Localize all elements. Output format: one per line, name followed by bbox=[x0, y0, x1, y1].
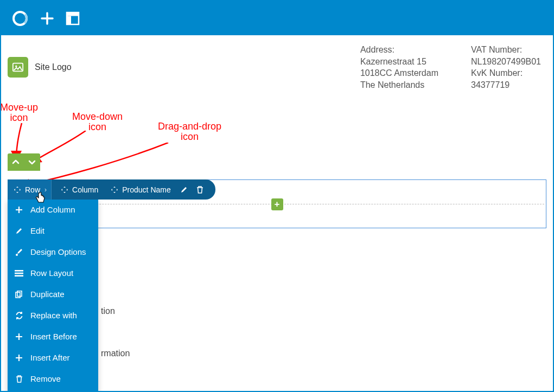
move-handles bbox=[8, 153, 40, 171]
annotation-moveup: Move-up icon bbox=[0, 102, 38, 123]
brand-circle-icon[interactable] bbox=[11, 9, 29, 28]
menu-remove[interactable]: Remove bbox=[8, 368, 98, 389]
menu-label: Row Layout bbox=[30, 268, 73, 278]
menu-label: Insert Before bbox=[30, 332, 77, 341]
drag-icon bbox=[13, 185, 22, 194]
layout-template-icon[interactable] bbox=[65, 11, 80, 26]
row-context-menu: Add Column Edit Design Options Row Layou… bbox=[8, 199, 98, 392]
menu-label: Duplicate bbox=[30, 290, 65, 299]
vat-block: VAT Number: NL198207499B01 KvK Number: 3… bbox=[471, 44, 541, 91]
plus-icon bbox=[14, 333, 24, 340]
menu-insert-before[interactable]: Insert Before bbox=[8, 326, 98, 347]
context-column[interactable]: Column bbox=[55, 179, 101, 200]
svg-rect-11 bbox=[16, 292, 20, 298]
plus-icon bbox=[14, 206, 24, 214]
context-product-name-label: Product Name bbox=[122, 185, 170, 194]
address-line2: 1018CC Amsterdam bbox=[360, 67, 438, 79]
address-line1: Kazernestraat 15 bbox=[360, 56, 438, 68]
svg-point-6 bbox=[15, 66, 17, 67]
annotation-movedown: Move-down icon bbox=[72, 112, 123, 132]
svg-rect-10 bbox=[15, 275, 23, 277]
bg-text-fragment: tion bbox=[101, 306, 115, 316]
trash-icon bbox=[14, 375, 24, 383]
address-label: Address: bbox=[360, 44, 438, 56]
menu-label: Edit bbox=[30, 226, 44, 235]
svg-rect-12 bbox=[17, 291, 22, 296]
menu-navigator[interactable]: Navigator bbox=[8, 389, 98, 392]
drag-icon bbox=[110, 185, 119, 194]
replace-icon bbox=[14, 312, 24, 319]
context-row[interactable]: Row › bbox=[8, 179, 52, 200]
move-up-icon[interactable] bbox=[8, 153, 24, 171]
canvas: Site Logo Address: Kazernestraat 15 1018… bbox=[1, 35, 553, 391]
pencil-icon bbox=[14, 227, 24, 235]
drag-icon bbox=[60, 185, 69, 194]
add-element-icon[interactable] bbox=[39, 10, 55, 27]
kvk-value: 34377719 bbox=[471, 79, 541, 91]
template-header: Site Logo Address: Kazernestraat 15 1018… bbox=[8, 41, 546, 94]
menu-label: Replace with bbox=[30, 311, 77, 320]
svg-rect-9 bbox=[15, 272, 23, 274]
add-element-plus-icon[interactable]: + bbox=[271, 198, 283, 210]
vat-label: VAT Number: bbox=[471, 44, 541, 56]
topbar bbox=[1, 1, 553, 35]
svg-rect-3 bbox=[67, 12, 79, 16]
context-column-label: Column bbox=[72, 185, 98, 194]
duplicate-icon bbox=[14, 291, 24, 298]
rowlayout-icon bbox=[14, 270, 24, 277]
plus-icon bbox=[14, 354, 24, 362]
kvk-label: KvK Number: bbox=[471, 67, 541, 79]
site-logo-label: Site Logo bbox=[35, 62, 72, 72]
context-bar: Row › Column Product Name bbox=[8, 179, 215, 200]
image-icon bbox=[8, 57, 28, 78]
site-logo-block[interactable]: Site Logo bbox=[8, 44, 72, 91]
svg-point-7 bbox=[16, 254, 18, 256]
context-row-label: Row bbox=[25, 185, 40, 194]
menu-label: Add Column bbox=[30, 205, 75, 214]
brush-icon bbox=[14, 248, 24, 256]
trash-icon[interactable] bbox=[194, 186, 207, 194]
move-down-icon[interactable] bbox=[24, 153, 40, 171]
menu-row-layout[interactable]: Row Layout bbox=[8, 262, 98, 284]
address-block: Address: Kazernestraat 15 1018CC Amsterd… bbox=[360, 44, 438, 91]
annotation-dragdrop: Drag-and-drop icon bbox=[158, 121, 221, 142]
address-line3: The Netherlands bbox=[360, 79, 438, 91]
menu-label: Remove bbox=[30, 374, 61, 383]
menu-label: Design Options bbox=[30, 247, 86, 256]
menu-edit[interactable]: Edit bbox=[8, 220, 98, 241]
menu-design-options[interactable]: Design Options bbox=[8, 241, 98, 262]
context-product-name[interactable]: Product Name bbox=[105, 179, 174, 200]
svg-rect-4 bbox=[67, 16, 71, 24]
menu-insert-after[interactable]: Insert After bbox=[8, 347, 98, 368]
edit-icon[interactable] bbox=[177, 186, 190, 194]
bg-text-fragment: rmation bbox=[101, 349, 130, 358]
svg-rect-8 bbox=[15, 270, 23, 272]
chevron-right-icon: › bbox=[43, 186, 48, 194]
menu-duplicate[interactable]: Duplicate bbox=[8, 284, 98, 305]
menu-add-column[interactable]: Add Column bbox=[8, 199, 98, 220]
menu-label: Insert After bbox=[30, 353, 70, 362]
menu-replace-with[interactable]: Replace with bbox=[8, 305, 98, 326]
vat-value: NL198207499B01 bbox=[471, 56, 541, 68]
